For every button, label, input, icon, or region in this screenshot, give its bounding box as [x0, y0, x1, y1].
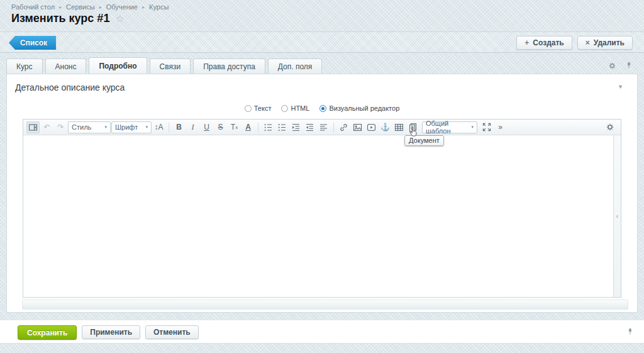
- toolbar-separator: [333, 123, 334, 132]
- underline-icon[interactable]: U: [200, 121, 213, 133]
- clear-format-base: T: [231, 123, 235, 132]
- font-select-value: Шрифт: [115, 123, 138, 131]
- edit-form-panel: Детальное описание курса ▼ Текст HTML Ви…: [6, 74, 638, 313]
- mode-visual-editor-label: Визуальный редактор: [329, 104, 399, 112]
- editor-mode-row: Текст HTML Визуальный редактор: [7, 104, 637, 112]
- tab-extra-fields[interactable]: Доп. поля: [268, 59, 323, 74]
- editor-toolbar: ↶ ↷ Стиль ▾ Шрифт ▾ ↕A B I U S Tx A: [23, 120, 621, 135]
- components-panel-collapse-handle[interactable]: ‹: [613, 135, 621, 297]
- anchor-icon[interactable]: ⚓: [379, 121, 392, 133]
- delete-button[interactable]: × Удалить: [577, 36, 633, 50]
- clear-format-icon[interactable]: Tx: [228, 121, 241, 133]
- breadcrumb-separator-icon: ▸: [59, 4, 62, 10]
- page-title: Изменить курс #1: [11, 12, 109, 25]
- style-select[interactable]: Стиль ▾: [68, 121, 111, 133]
- toolbar-separator: [169, 123, 169, 132]
- mode-html-radio[interactable]: HTML: [281, 104, 309, 112]
- fullscreen-icon[interactable]: [480, 121, 493, 133]
- chevron-down-icon: ▾: [104, 125, 107, 130]
- ordered-list-icon[interactable]: [262, 121, 275, 133]
- outdent-icon[interactable]: [303, 121, 316, 133]
- breadcrumb-item-learning[interactable]: Обучение: [106, 3, 138, 11]
- italic-icon[interactable]: I: [186, 121, 199, 133]
- radio-icon: [319, 105, 326, 112]
- insert-link-icon[interactable]: [337, 121, 350, 133]
- breadcrumb-item-services[interactable]: Сервисы: [66, 3, 95, 11]
- toggle-panel-icon[interactable]: [26, 121, 40, 133]
- indent-icon[interactable]: [289, 121, 303, 133]
- chevron-down-icon: ▾: [471, 125, 474, 130]
- cross-icon: ×: [586, 39, 590, 47]
- style-select-value: Стиль: [72, 123, 91, 131]
- favorite-star-icon[interactable]: ☆: [115, 14, 124, 24]
- visual-editor: ↶ ↷ Стиль ▾ Шрифт ▾ ↕A B I U S Tx A: [23, 119, 621, 298]
- bold-icon[interactable]: B: [172, 121, 186, 133]
- unordered-list-icon[interactable]: [275, 121, 289, 133]
- plus-icon: +: [525, 39, 529, 47]
- create-button[interactable]: + Создать: [516, 36, 572, 50]
- editor-content-area[interactable]: [23, 135, 613, 297]
- tab-links[interactable]: Связи: [150, 59, 191, 74]
- tab-announce[interactable]: Анонс: [45, 59, 87, 74]
- tab-course[interactable]: Курс: [6, 59, 43, 74]
- cancel-button[interactable]: Отменить: [145, 325, 199, 339]
- more-tools-icon[interactable]: »: [494, 121, 507, 133]
- breadcrumb-separator-icon: ▸: [99, 4, 102, 10]
- toolbar-separator: [258, 123, 258, 132]
- template-select-value: Общий шаблон: [426, 120, 467, 135]
- breadcrumb-item-courses[interactable]: Курсы: [149, 3, 169, 11]
- text-color-icon[interactable]: A: [242, 121, 255, 133]
- editor-settings-gear-icon[interactable]: [603, 121, 616, 133]
- chevron-down-icon: ▾: [145, 125, 148, 130]
- tab-details[interactable]: Подробно: [89, 57, 147, 74]
- form-settings-gear-icon[interactable]: [608, 62, 616, 70]
- insert-video-icon[interactable]: [365, 121, 378, 133]
- section-title: Детальное описание курса: [15, 82, 125, 92]
- breadcrumb-item-desktop[interactable]: Рабочий стол: [11, 3, 55, 11]
- radio-icon: [281, 105, 288, 112]
- delete-button-label: Удалить: [594, 38, 625, 47]
- mode-visual-editor-radio[interactable]: Визуальный редактор: [319, 104, 399, 112]
- strikethrough-icon[interactable]: S: [214, 121, 227, 133]
- breadcrumb-separator-icon: ▸: [142, 4, 145, 10]
- font-size-icon[interactable]: ↕A: [152, 121, 165, 133]
- mode-text-label: Текст: [254, 104, 272, 112]
- align-icon[interactable]: [317, 121, 330, 133]
- footer-bar: Сохранить Применить Отменить: [0, 320, 644, 344]
- template-select[interactable]: Общий шаблон ▾: [422, 121, 477, 133]
- undo-icon[interactable]: ↶: [40, 121, 53, 133]
- tab-access-rights[interactable]: Права доступа: [193, 59, 265, 74]
- tab-bar: Курс Анонс Подробно Связи Права доступа …: [6, 58, 606, 74]
- clear-format-sub: x: [235, 125, 238, 130]
- radio-icon: [245, 105, 252, 112]
- insert-document-icon[interactable]: Документ: [406, 121, 419, 133]
- mode-html-label: HTML: [291, 104, 309, 112]
- font-select[interactable]: Шрифт ▾: [111, 121, 152, 133]
- form-epilogue-bar: [22, 300, 628, 310]
- list-button[interactable]: Список: [9, 36, 56, 50]
- insert-table-icon[interactable]: [392, 121, 406, 133]
- save-button[interactable]: Сохранить: [18, 325, 77, 340]
- pin-form-icon[interactable]: [625, 61, 633, 70]
- insert-image-icon[interactable]: [351, 121, 364, 133]
- create-button-label: Создать: [533, 38, 564, 47]
- mode-text-radio[interactable]: Текст: [245, 104, 272, 112]
- breadcrumb: Рабочий стол ▸ Сервисы ▸ Обучение ▸ Курс…: [11, 3, 169, 11]
- tooltip: Документ: [404, 135, 444, 146]
- apply-button[interactable]: Применить: [82, 325, 140, 339]
- redo-icon[interactable]: ↷: [54, 121, 67, 133]
- section-collapse-icon[interactable]: ▼: [618, 84, 623, 90]
- pin-footer-icon[interactable]: [626, 327, 634, 336]
- action-bar: Список + Создать × Удалить: [0, 31, 644, 53]
